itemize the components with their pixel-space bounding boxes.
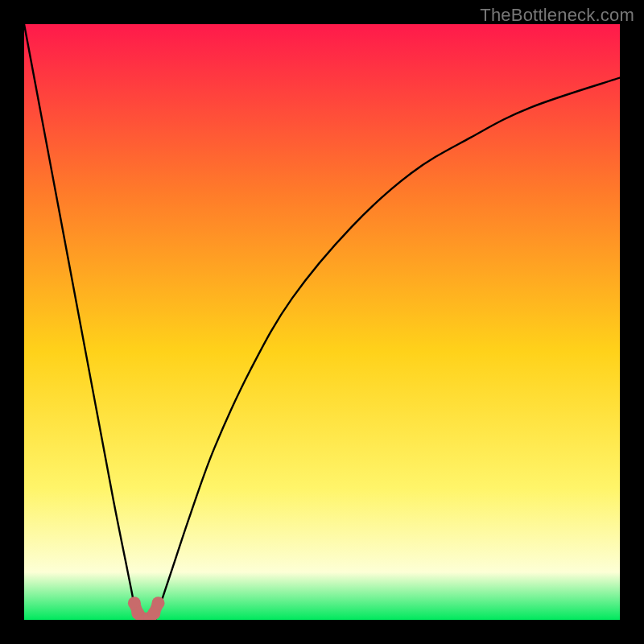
background-gradient: [24, 24, 620, 620]
watermark-text: TheBottleneck.com: [480, 5, 634, 26]
chart-frame: TheBottleneck.com: [0, 0, 644, 644]
svg-rect-0: [24, 24, 620, 620]
plot-area: [24, 24, 620, 620]
